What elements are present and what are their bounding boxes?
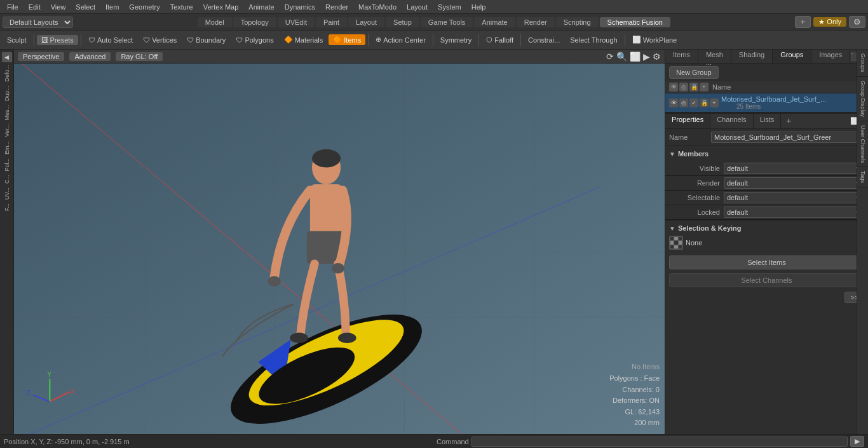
command-exec-button[interactable]: ▶	[850, 436, 864, 447]
prop-tab-properties[interactable]: Properties	[665, 114, 710, 128]
layout-gear-button[interactable]: ⚙	[849, 16, 865, 28]
items-button[interactable]: 🔶 Items	[329, 34, 365, 45]
layout-tab-layout[interactable]: Layout	[348, 17, 384, 27]
group-item-render-icon[interactable]: ◎	[679, 98, 688, 107]
viewport-play-icon[interactable]: ▶	[643, 51, 650, 62]
sidebar-label-dup[interactable]: Dup...	[3, 85, 11, 102]
group-item-plus-icon[interactable]: +	[710, 98, 719, 107]
viewport-tab-perspective[interactable]: Perspective	[18, 52, 64, 61]
viewport-tab-advanced[interactable]: Advanced	[69, 52, 111, 61]
group-item-lock-icon[interactable]: 🔒	[700, 98, 709, 107]
prop-tab-lists[interactable]: Lists	[754, 114, 782, 128]
menu-geometry[interactable]: Geometry	[125, 2, 164, 12]
menu-layout[interactable]: Layout	[402, 2, 432, 12]
prop-tab-add[interactable]: +	[781, 114, 796, 128]
polygons-button[interactable]: 🛡 Polygons	[231, 35, 278, 45]
viewport-settings-icon[interactable]: ⚙	[653, 51, 661, 62]
sidebar-label-mesh[interactable]: Mes...	[3, 104, 11, 122]
panel-tab-images[interactable]: Images	[811, 50, 850, 63]
group-item-eye-icon[interactable]: 👁	[669, 98, 678, 107]
workplane-button[interactable]: ⬜ WorkPlane	[628, 34, 682, 45]
group-visibility-icon[interactable]: 👁	[669, 83, 678, 92]
menu-view[interactable]: View	[46, 2, 71, 12]
layout-tab-scripting[interactable]: Scripting	[556, 17, 599, 27]
group-item[interactable]: 👁 ◎ ✓ 🔒 + Motorised_Surfboard_Jet_Surf_.…	[665, 93, 868, 112]
panel-tab-mesh[interactable]: Mesh ...	[698, 50, 731, 63]
layout-tab-topology[interactable]: Topology	[233, 17, 276, 27]
layout-tab-uvedit[interactable]: UVEdit	[278, 17, 315, 27]
group-expand-icon[interactable]: +	[700, 83, 709, 92]
sidebar-label-defo[interactable]: Defo...	[3, 64, 11, 83]
menu-vertex-map[interactable]: Vertex Map	[199, 2, 243, 12]
layout-add-button[interactable]: +	[795, 16, 811, 28]
viewport-frame-icon[interactable]: ⬜	[630, 51, 641, 62]
group-render-icon[interactable]: ◎	[679, 83, 688, 92]
layout-tab-render[interactable]: Render	[517, 17, 555, 27]
layout-tab-schematic[interactable]: Schematic Fusion	[600, 17, 670, 27]
layout-tab-model[interactable]: Model	[198, 17, 232, 27]
vtab-group-display[interactable]: Group Display	[857, 77, 868, 121]
select-items-button[interactable]: Select Items	[669, 255, 864, 269]
menu-edit[interactable]: Edit	[24, 2, 45, 12]
falloff-button[interactable]: ⬡ Falloff	[482, 34, 518, 45]
action-center-button[interactable]: ⊕ Action Center	[371, 34, 430, 45]
render-dropdown[interactable]: default ▼	[724, 177, 864, 189]
viewport[interactable]: Perspective Advanced Ray GL: Off ⟳ 🔍 ⬜ ▶…	[14, 50, 665, 434]
panel-tab-items[interactable]: Items	[665, 50, 698, 63]
viewport-body[interactable]: X Y Z No Items Polygons : Face Channels:…	[14, 64, 665, 434]
sidebar-label-em[interactable]: Em...	[3, 140, 11, 156]
layout-tab-gametools[interactable]: Game Tools	[421, 17, 473, 27]
menu-select[interactable]: Select	[71, 2, 100, 12]
sidebar-label-f[interactable]: F...	[3, 202, 11, 212]
constrain-button[interactable]: Constrai...	[524, 35, 564, 45]
panel-tab-groups[interactable]: Groups	[773, 50, 811, 63]
prop-tab-channels[interactable]: Channels	[710, 114, 753, 128]
members-header[interactable]: ▼ Members	[669, 149, 864, 159]
panel-tab-shading[interactable]: Shading	[731, 50, 773, 63]
sidebar-label-uv[interactable]: UV...	[3, 186, 11, 201]
menu-dynamics[interactable]: Dynamics	[280, 2, 320, 12]
vtab-user-channels[interactable]: User Channels	[857, 121, 868, 168]
materials-button[interactable]: 🔶 Materials	[280, 34, 328, 45]
vtab-tags[interactable]: Tags	[857, 167, 868, 187]
command-input[interactable]	[471, 437, 848, 447]
menu-animate[interactable]: Animate	[244, 2, 278, 12]
viewport-zoom-icon[interactable]: 🔍	[616, 51, 627, 62]
locked-dropdown[interactable]: default ▼	[724, 207, 864, 218]
sidebar-label-ver[interactable]: Ver...	[3, 123, 11, 139]
sidebar-toggle[interactable]: ◀	[2, 52, 12, 62]
menu-render[interactable]: Render	[321, 2, 353, 12]
menu-item[interactable]: Item	[101, 2, 123, 12]
group-lock-icon[interactable]: 🔒	[689, 83, 698, 92]
selectable-dropdown[interactable]: default ▼	[724, 192, 864, 203]
sidebar-label-c[interactable]: C...	[3, 173, 11, 185]
selectable-row: Selectable default ▼	[665, 191, 868, 205]
group-item-check-icon[interactable]: ✓	[689, 98, 698, 107]
sculpt-button[interactable]: Sculpt	[3, 35, 31, 45]
sidebar-label-pol[interactable]: Pol...	[3, 157, 11, 173]
prop-name-input[interactable]	[711, 132, 864, 143]
autoselect-button[interactable]: 🛡 Auto Select	[84, 35, 137, 45]
menu-texture[interactable]: Texture	[166, 2, 198, 12]
menu-file[interactable]: File	[3, 2, 23, 12]
vertices-button[interactable]: 🛡 Vertices	[139, 35, 181, 45]
layout-tab-paint[interactable]: Paint	[316, 17, 347, 27]
select-channels-button[interactable]: Select Channels	[669, 273, 864, 287]
select-through-button[interactable]: Select Through	[566, 35, 621, 45]
menu-maxtomodo[interactable]: MaxToModo	[354, 2, 401, 12]
layout-tab-setup[interactable]: Setup	[386, 17, 419, 27]
layout-tab-animate[interactable]: Animate	[474, 17, 515, 27]
vtab-groups[interactable]: Groups	[857, 50, 868, 77]
presets-button[interactable]: 🖼 Presets	[37, 35, 78, 45]
menu-bar: File Edit View Select Item Geometry Text…	[0, 0, 868, 14]
viewport-raygl[interactable]: Ray GL: Off	[116, 52, 163, 61]
menu-help[interactable]: Help	[467, 2, 491, 12]
symmetry-button[interactable]: Symmetry	[436, 35, 477, 45]
viewport-rotate-icon[interactable]: ⟳	[606, 51, 614, 62]
sel-keying-header[interactable]: ▼ Selection & Keying	[669, 223, 864, 234]
new-group-button[interactable]: New Group	[669, 66, 719, 79]
menu-system[interactable]: System	[433, 2, 466, 12]
layout-dropdown[interactable]: Default Layouts	[3, 17, 73, 28]
visible-dropdown[interactable]: default ▼	[724, 163, 864, 174]
boundary-button[interactable]: 🛡 Boundary	[182, 35, 230, 45]
